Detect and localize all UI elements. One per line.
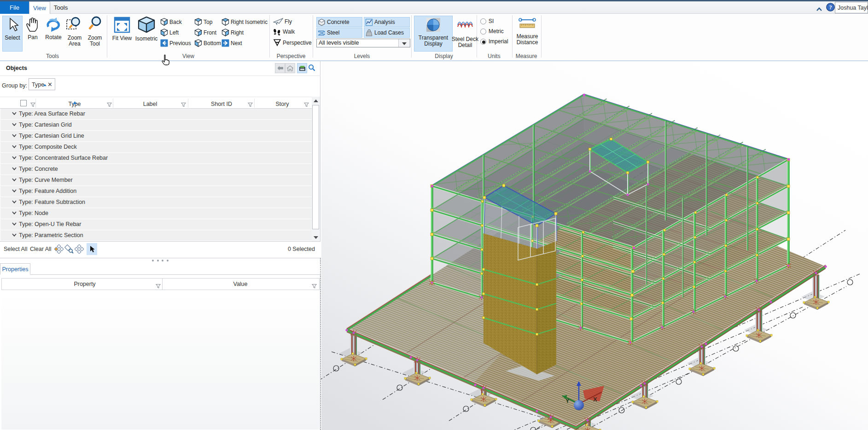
svg-text:Y: Y (565, 397, 570, 404)
svg-text:?: ? (829, 4, 832, 11)
svg-text:X: X (593, 396, 597, 403)
